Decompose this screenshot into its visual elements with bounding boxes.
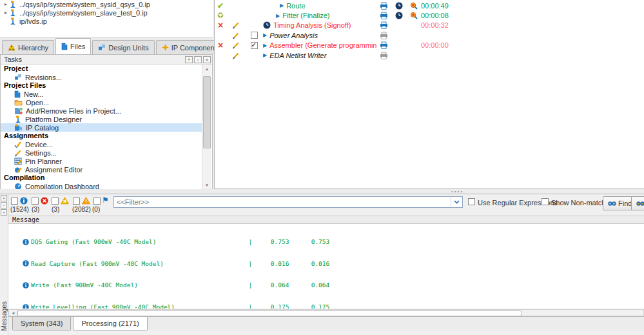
flow-row-fitter-finalize: ♻ ▶ Fitter (Finalize) 00:00:08 [215, 10, 644, 20]
add-remove-files-icon [14, 107, 23, 115]
use-regex-checkbox[interactable] [468, 198, 475, 205]
play-icon: ▶ [263, 32, 267, 38]
edit-settings-pencil-icon[interactable] [232, 41, 240, 49]
error-filter-checkbox[interactable] [32, 198, 39, 205]
tab-hierarchy[interactable]: Hierarchy [2, 40, 54, 54]
print-report-icon-disabled [376, 52, 391, 59]
expand-arrow-icon[interactable]: ▸ [3, 10, 9, 15]
tasks-vertical-scrollbar[interactable]: ▴ ▾ [202, 65, 211, 189]
tab-design-units[interactable]: Design Units [92, 40, 154, 54]
time-report-icon[interactable] [391, 12, 406, 19]
qsys-ip-file-icon [9, 9, 17, 17]
critical-warning-icon [61, 197, 69, 205]
qsys-ip-file-icon [9, 1, 17, 8]
print-report-icon[interactable] [376, 41, 391, 49]
task-open[interactable]: Open... [1, 98, 202, 107]
scrollbar-thumb[interactable] [17, 310, 522, 316]
info-icon [23, 282, 29, 289]
task-ip-catalog[interactable]: IP Catalog [1, 123, 202, 132]
tree-item[interactable]: ip/lvds.ip [0, 17, 213, 25]
ip-components-icon [162, 44, 169, 51]
panel-splitter[interactable]: •••• [0, 189, 644, 194]
scrollbar-thumb[interactable] [203, 76, 211, 148]
error-count: (3) [32, 206, 39, 213]
message-filter-input[interactable] [114, 197, 451, 207]
message-row[interactable]: Write (Fast 900mV -40C Model) | 0.064 0.… [8, 281, 644, 289]
tab-processing-messages[interactable]: Processing (2171) [73, 317, 147, 330]
task-device[interactable]: Device... [1, 140, 202, 148]
warning-icon [82, 197, 90, 205]
float-panel-icon[interactable]: ▫ [194, 56, 202, 63]
flow-task-label[interactable]: Fitter (Finalize) [282, 12, 329, 19]
message-row[interactable]: Read Capture (Fast 900mV -40C Model) | 0… [8, 260, 644, 268]
tree-item-label: ../qsys/ip/system/system_slave_test_0.ip [19, 9, 148, 17]
compilation-flow-panel: ✔ ▶ Route 00:00:49 ♻ ▶ Fitter (Finalize)… [214, 0, 644, 189]
message-row[interactable]: DQS Gating (Fast 900mV -40C Model) | 0.7… [8, 238, 644, 246]
messages-horizontal-scrollbar[interactable]: ◂ [8, 309, 644, 316]
task-revisions[interactable]: Revisions... [1, 73, 202, 81]
find-next-button[interactable]: F [631, 196, 644, 210]
print-report-icon[interactable] [376, 2, 391, 10]
messages-side-label: Messages [1, 301, 8, 331]
warning-filter-checkbox[interactable] [73, 198, 80, 205]
task-add-remove-files[interactable]: Add/Remove Files in Project... [1, 107, 202, 115]
task-settings[interactable]: Settings... [1, 148, 202, 157]
tab-files[interactable]: Files [55, 38, 91, 54]
edit-settings-pencil-icon[interactable] [232, 52, 240, 59]
flow-task-label[interactable]: Assembler (Generate programming files) [269, 41, 376, 49]
print-report-icon[interactable] [376, 12, 391, 19]
hierarchy-icon [8, 44, 15, 51]
task-platform-designer[interactable]: Platform Designer [1, 115, 202, 123]
tasks-section-compilation: Compilation [1, 174, 202, 182]
flow-task-label[interactable]: Power Analysis [269, 32, 318, 39]
tree-item[interactable]: ▸ ../qsys/ip/system/system_slave_test_0.… [0, 8, 213, 17]
task-compilation-dashboard[interactable]: Compilation Dashboard [1, 182, 202, 189]
message-filter-combo [113, 196, 463, 208]
flow-task-time: 00:00:00 [421, 41, 449, 49]
tab-system-messages[interactable]: System (343) [12, 317, 71, 330]
pin-panel-icon[interactable]: + [185, 56, 193, 63]
play-icon: ▶ [263, 43, 267, 48]
task-pin-planner[interactable]: Pin Planner [1, 157, 202, 165]
tab-label: IP Components [171, 44, 220, 52]
binoculars-icon [608, 201, 616, 207]
view-report-icon[interactable] [406, 12, 421, 19]
messages-tab-bar: System (343) Processing (2171) [8, 316, 644, 330]
flow-task-label[interactable]: Timing Analysis (Signoff) [273, 21, 351, 29]
enable-task-checkbox[interactable] [251, 42, 258, 49]
print-report-icon[interactable] [376, 21, 391, 29]
view-report-icon[interactable] [406, 2, 421, 10]
tree-item[interactable]: ▸ ../qsys/ip/system/system_sysid_qsys_0.… [0, 0, 213, 8]
close-panel-icon[interactable]: × [203, 56, 211, 63]
enable-task-checkbox[interactable] [251, 32, 258, 39]
tasks-section-assignments: Assignments [1, 132, 202, 140]
clock-badge-icon [263, 21, 271, 29]
scroll-left-icon[interactable]: ◂ [10, 310, 17, 316]
flow-task-label[interactable]: Route [286, 2, 305, 10]
success-with-warnings-icon: ♻ [215, 11, 226, 20]
edit-settings-pencil-icon[interactable] [232, 32, 240, 39]
critical-warning-filter-checkbox[interactable] [52, 198, 59, 205]
expand-arrow-icon[interactable]: ▸ [3, 1, 9, 7]
critical-warning-count: (3) [52, 206, 59, 213]
message-row[interactable]: Write Levelling (Fast 900mV -40C Model) … [8, 303, 644, 309]
chevron-down-icon[interactable] [451, 197, 462, 207]
flag-filter-checkbox[interactable] [93, 198, 101, 205]
platform-designer-icon [14, 116, 22, 123]
info-count: (1524) [10, 206, 29, 213]
show-nonmatching-checkbox[interactable] [542, 198, 549, 205]
info-filter-checkbox[interactable] [11, 198, 18, 205]
flow-task-label[interactable]: EDA Netlist Writer [269, 52, 326, 59]
scroll-up-icon[interactable]: ▴ [202, 65, 211, 73]
info-icon [23, 239, 29, 245]
time-report-icon[interactable] [391, 2, 406, 10]
edit-settings-pencil-icon[interactable] [232, 21, 240, 29]
flow-task-time: 00:00:08 [421, 12, 449, 19]
task-assignment-editor[interactable]: Assignment Editor [1, 165, 202, 174]
flow-row-power-analysis: ▶ Power Analysis [215, 30, 644, 40]
scroll-down-icon[interactable]: ▾ [202, 181, 211, 189]
tasks-section-project-files: Project Files [1, 81, 202, 90]
quartus-window: ▸ ../qsys/ip/system/system_sysid_qsys_0.… [0, 0, 644, 335]
task-new[interactable]: New... [1, 90, 202, 98]
tab-label: Design Units [108, 44, 148, 52]
